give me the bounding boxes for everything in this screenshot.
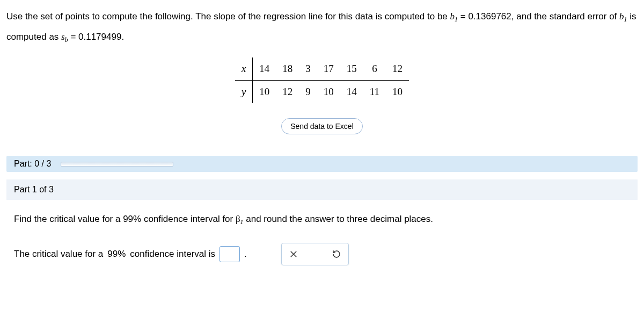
y-cell: 11 — [363, 81, 386, 104]
x-cell: 12 — [386, 57, 409, 81]
x-cell: 6 — [363, 57, 386, 81]
y-cell: 10 — [386, 81, 409, 104]
x-cell: 3 — [299, 57, 317, 81]
progress-bar — [61, 162, 173, 167]
reset-button[interactable] — [330, 248, 343, 261]
sb-value: 0.1179499 — [78, 32, 121, 42]
clear-button[interactable] — [287, 248, 300, 261]
x-cell: 18 — [276, 57, 299, 81]
q-prefix: Use the set of points to compute the fol… — [6, 11, 450, 21]
answer-line: The critical value for a 99% confidence … — [14, 243, 630, 265]
x-cell: 15 — [340, 57, 363, 81]
table-row: y 10 12 9 10 14 11 10 — [235, 81, 409, 104]
y-cell: 14 — [340, 81, 363, 104]
sb-symbol: s — [61, 32, 65, 42]
b1-symbol-2: b — [619, 11, 624, 21]
y-cell: 10 — [253, 81, 276, 104]
b1-symbol: b — [450, 11, 455, 21]
progress-bar-row: Part: 0 / 3 — [6, 156, 638, 172]
y-cell: 12 — [276, 81, 299, 104]
table-row: x 14 18 3 17 15 6 12 — [235, 57, 409, 81]
y-cell: 10 — [317, 81, 340, 104]
beta-symbol: β — [236, 214, 240, 224]
y-cell: 9 — [299, 81, 317, 104]
send-to-excel-button[interactable]: Send data to Excel — [281, 118, 363, 134]
tool-bar — [281, 243, 349, 265]
x-cell: 14 — [253, 57, 276, 81]
row-label-y: y — [235, 81, 253, 104]
data-table: x 14 18 3 17 15 6 12 y 10 12 9 10 14 11 … — [6, 57, 638, 103]
undo-icon — [332, 249, 341, 259]
close-icon — [289, 249, 298, 259]
q-middle: , and the standard error of — [511, 11, 619, 21]
x-cell: 17 — [317, 57, 340, 81]
question-text: Use the set of points to compute the fol… — [6, 6, 638, 47]
b1-value: 0.1369762 — [468, 11, 511, 21]
progress-label: Part: 0 / 3 — [14, 159, 51, 169]
row-label-x: x — [235, 57, 253, 81]
critical-value-input[interactable] — [219, 246, 240, 262]
part-1-header: Part 1 of 3 — [6, 179, 638, 200]
part-1-prompt: Find the critical value for a 99% confid… — [14, 212, 630, 227]
